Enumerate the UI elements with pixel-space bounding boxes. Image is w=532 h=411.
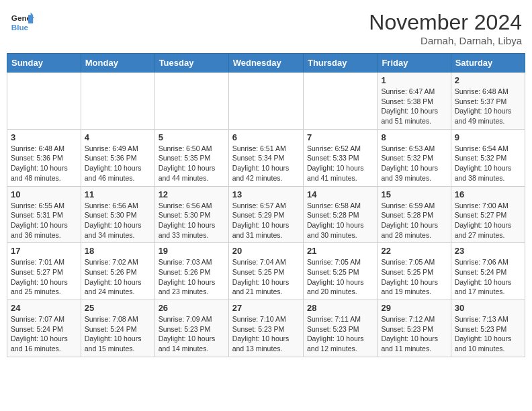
day-number: 27	[232, 303, 300, 313]
day-number: 12	[159, 189, 225, 199]
day-cell	[154, 73, 228, 130]
weekday-header-friday: Friday	[378, 54, 451, 73]
day-number: 23	[455, 246, 521, 256]
day-cell: 15Sunrise: 6:59 AM Sunset: 5:28 PM Dayli…	[378, 186, 451, 243]
day-info: Sunrise: 6:50 AM Sunset: 5:35 PM Dayligh…	[159, 144, 225, 183]
day-number: 21	[307, 246, 373, 256]
day-number: 14	[307, 189, 373, 199]
day-cell: 29Sunrise: 7:12 AM Sunset: 5:23 PM Dayli…	[378, 300, 451, 357]
day-cell: 9Sunrise: 6:54 AM Sunset: 5:32 PM Daylig…	[451, 129, 525, 186]
day-info: Sunrise: 7:09 AM Sunset: 5:23 PM Dayligh…	[159, 314, 225, 354]
title-block: November 2024 Darnah, Darnah, Libya	[369, 10, 522, 46]
day-info: Sunrise: 6:52 AM Sunset: 5:33 PM Dayligh…	[307, 144, 373, 183]
logo: General Blue	[10, 10, 34, 34]
day-info: Sunrise: 6:47 AM Sunset: 5:38 PM Dayligh…	[381, 87, 447, 126]
weekday-header-tuesday: Tuesday	[154, 54, 228, 73]
day-info: Sunrise: 7:11 AM Sunset: 5:23 PM Dayligh…	[307, 314, 373, 354]
day-info: Sunrise: 6:48 AM Sunset: 5:36 PM Dayligh…	[11, 144, 77, 183]
week-row-5: 24Sunrise: 7:07 AM Sunset: 5:24 PM Dayli…	[7, 300, 525, 357]
day-number: 28	[307, 303, 373, 313]
logo-icon: General Blue	[10, 10, 34, 34]
day-cell: 18Sunrise: 7:02 AM Sunset: 5:26 PM Dayli…	[81, 243, 154, 300]
day-cell: 4Sunrise: 6:49 AM Sunset: 5:36 PM Daylig…	[81, 129, 154, 186]
day-info: Sunrise: 6:56 AM Sunset: 5:30 PM Dayligh…	[159, 201, 225, 240]
day-number: 10	[11, 189, 77, 199]
day-cell: 19Sunrise: 7:03 AM Sunset: 5:26 PM Dayli…	[154, 243, 228, 300]
weekday-header-wednesday: Wednesday	[228, 54, 303, 73]
day-info: Sunrise: 7:01 AM Sunset: 5:27 PM Dayligh…	[11, 257, 77, 297]
day-cell: 12Sunrise: 6:56 AM Sunset: 5:30 PM Dayli…	[154, 186, 228, 243]
weekday-header-thursday: Thursday	[303, 54, 377, 73]
day-number: 13	[232, 189, 300, 199]
day-number: 9	[455, 132, 521, 142]
day-info: Sunrise: 7:03 AM Sunset: 5:26 PM Dayligh…	[159, 257, 225, 297]
day-info: Sunrise: 6:51 AM Sunset: 5:34 PM Dayligh…	[232, 144, 300, 183]
day-number: 11	[85, 189, 151, 199]
day-info: Sunrise: 7:05 AM Sunset: 5:25 PM Dayligh…	[307, 257, 373, 297]
day-number: 26	[159, 303, 225, 313]
calendar-table: SundayMondayTuesdayWednesdayThursdayFrid…	[7, 53, 525, 357]
day-number: 24	[11, 303, 77, 313]
day-number: 22	[381, 246, 447, 256]
day-number: 15	[381, 189, 447, 199]
day-number: 18	[85, 246, 151, 256]
month-title: November 2024	[369, 10, 522, 35]
day-number: 19	[159, 246, 225, 256]
day-info: Sunrise: 7:12 AM Sunset: 5:23 PM Dayligh…	[381, 314, 447, 354]
day-cell: 30Sunrise: 7:13 AM Sunset: 5:23 PM Dayli…	[451, 300, 525, 357]
weekday-header-row: SundayMondayTuesdayWednesdayThursdayFrid…	[7, 54, 525, 73]
day-cell: 8Sunrise: 6:53 AM Sunset: 5:32 PM Daylig…	[378, 129, 451, 186]
day-cell: 7Sunrise: 6:52 AM Sunset: 5:33 PM Daylig…	[303, 129, 377, 186]
day-info: Sunrise: 6:53 AM Sunset: 5:32 PM Dayligh…	[381, 144, 447, 183]
day-info: Sunrise: 7:00 AM Sunset: 5:27 PM Dayligh…	[455, 201, 521, 240]
day-cell: 21Sunrise: 7:05 AM Sunset: 5:25 PM Dayli…	[303, 243, 377, 300]
day-cell: 1Sunrise: 6:47 AM Sunset: 5:38 PM Daylig…	[378, 73, 451, 130]
day-info: Sunrise: 6:56 AM Sunset: 5:30 PM Dayligh…	[85, 201, 151, 240]
day-cell	[228, 73, 303, 130]
svg-marker-2	[28, 15, 33, 24]
day-info: Sunrise: 6:48 AM Sunset: 5:37 PM Dayligh…	[455, 87, 521, 126]
week-row-1: 1Sunrise: 6:47 AM Sunset: 5:38 PM Daylig…	[7, 73, 525, 130]
week-row-3: 10Sunrise: 6:55 AM Sunset: 5:31 PM Dayli…	[7, 186, 525, 243]
weekday-header-saturday: Saturday	[451, 54, 525, 73]
day-number: 2	[455, 75, 521, 85]
day-number: 16	[455, 189, 521, 199]
day-info: Sunrise: 7:05 AM Sunset: 5:25 PM Dayligh…	[381, 257, 447, 297]
day-number: 6	[232, 132, 300, 142]
day-number: 20	[232, 246, 300, 256]
day-number: 17	[11, 246, 77, 256]
day-cell: 3Sunrise: 6:48 AM Sunset: 5:36 PM Daylig…	[7, 129, 81, 186]
day-info: Sunrise: 6:57 AM Sunset: 5:29 PM Dayligh…	[232, 201, 300, 240]
day-cell: 5Sunrise: 6:50 AM Sunset: 5:35 PM Daylig…	[154, 129, 228, 186]
day-number: 30	[455, 303, 521, 313]
day-cell: 10Sunrise: 6:55 AM Sunset: 5:31 PM Dayli…	[7, 186, 81, 243]
day-cell: 16Sunrise: 7:00 AM Sunset: 5:27 PM Dayli…	[451, 186, 525, 243]
day-cell: 11Sunrise: 6:56 AM Sunset: 5:30 PM Dayli…	[81, 186, 154, 243]
day-cell: 6Sunrise: 6:51 AM Sunset: 5:34 PM Daylig…	[228, 129, 303, 186]
day-number: 5	[159, 132, 225, 142]
weekday-header-monday: Monday	[81, 54, 154, 73]
day-cell	[81, 73, 154, 130]
week-row-4: 17Sunrise: 7:01 AM Sunset: 5:27 PM Dayli…	[7, 243, 525, 300]
day-number: 29	[381, 303, 447, 313]
svg-text:Blue: Blue	[11, 23, 29, 32]
day-cell: 14Sunrise: 6:58 AM Sunset: 5:28 PM Dayli…	[303, 186, 377, 243]
day-info: Sunrise: 7:07 AM Sunset: 5:24 PM Dayligh…	[11, 314, 77, 354]
day-cell	[7, 73, 81, 130]
day-cell: 28Sunrise: 7:11 AM Sunset: 5:23 PM Dayli…	[303, 300, 377, 357]
day-info: Sunrise: 7:10 AM Sunset: 5:23 PM Dayligh…	[232, 314, 300, 354]
day-info: Sunrise: 7:02 AM Sunset: 5:26 PM Dayligh…	[85, 257, 151, 297]
day-number: 1	[381, 75, 447, 85]
day-number: 3	[11, 132, 77, 142]
day-info: Sunrise: 6:55 AM Sunset: 5:31 PM Dayligh…	[11, 201, 77, 240]
day-number: 4	[85, 132, 151, 142]
day-cell	[303, 73, 377, 130]
day-info: Sunrise: 6:49 AM Sunset: 5:36 PM Dayligh…	[85, 144, 151, 183]
day-cell: 23Sunrise: 7:06 AM Sunset: 5:24 PM Dayli…	[451, 243, 525, 300]
day-cell: 24Sunrise: 7:07 AM Sunset: 5:24 PM Dayli…	[7, 300, 81, 357]
day-info: Sunrise: 7:13 AM Sunset: 5:23 PM Dayligh…	[455, 314, 521, 354]
day-number: 7	[307, 132, 373, 142]
week-row-2: 3Sunrise: 6:48 AM Sunset: 5:36 PM Daylig…	[7, 129, 525, 186]
weekday-header-sunday: Sunday	[7, 54, 81, 73]
day-cell: 13Sunrise: 6:57 AM Sunset: 5:29 PM Dayli…	[228, 186, 303, 243]
